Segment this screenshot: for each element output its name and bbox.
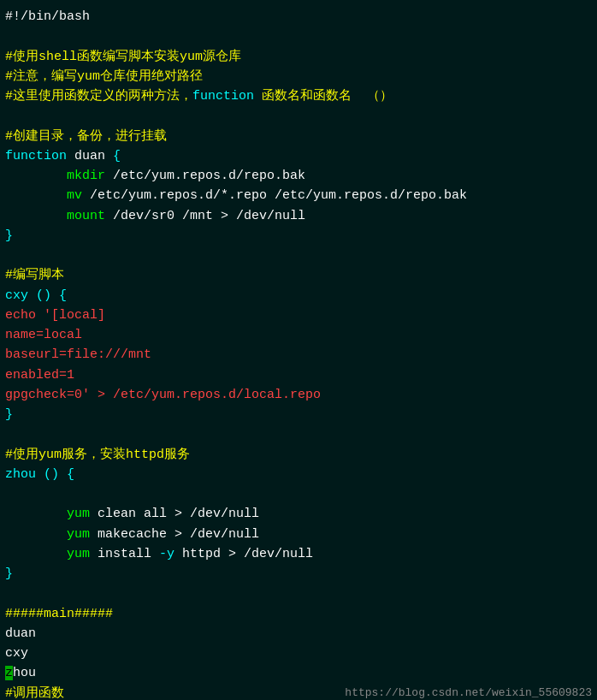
code-line-23: #使用yum服务，安装httpd服务 xyxy=(5,445,592,465)
code-line-24: zhou () { xyxy=(5,465,592,484)
code-line-31: #####main##### xyxy=(5,604,592,624)
code-line-25 xyxy=(5,484,592,504)
code-line-22 xyxy=(5,424,592,444)
code-line-19: enabled=1 xyxy=(5,365,592,385)
code-line-32: duan xyxy=(5,624,592,644)
code-line-18: baseurl=file:///mnt xyxy=(5,345,592,365)
code-line-27: yum makecache > /dev/null xyxy=(5,525,592,544)
code-line-2 xyxy=(5,27,592,46)
code-line-14: #编写脚本 xyxy=(5,265,592,285)
code-line-1: #!/bin/bash xyxy=(5,7,592,27)
url-text: https://blog.csdn.net/weixin_55609823 xyxy=(345,685,592,700)
code-line-30 xyxy=(5,584,592,603)
code-line-3: #使用shell函数编写脚本安装yum源仓库 xyxy=(5,47,592,67)
code-line-13 xyxy=(5,246,592,265)
green-z: z xyxy=(5,666,13,680)
code-line-15: cxy () { xyxy=(5,286,592,306)
code-line-10: mv /etc/yum.repos.d/*.repo /etc/yum.repo… xyxy=(5,186,592,205)
code-line-20: gpgcheck=0' > /etc/yum.repos.d/local.rep… xyxy=(5,385,592,405)
code-line-26: yum clean all > /dev/null xyxy=(5,504,592,524)
code-line-33: cxy xyxy=(5,644,592,663)
code-line-4: #注意，编写yum仓库使用绝对路径 xyxy=(5,67,592,86)
code-line-29: } xyxy=(5,564,592,584)
code-line-6 xyxy=(5,106,592,126)
code-line-11: mount /dev/sr0 /mnt > /dev/null xyxy=(5,206,592,226)
code-line-21: } xyxy=(5,405,592,424)
code-line-12: } xyxy=(5,226,592,246)
code-line-9: mkdir /etc/yum.repos.d/repo.bak xyxy=(5,166,592,186)
code-line-5: #这里使用函数定义的两种方法，function 函数名和函数名 （） xyxy=(5,86,592,106)
comment-text: #调用函数 xyxy=(5,684,64,701)
code-line-35: #调用函数https://blog.csdn.net/weixin_556098… xyxy=(5,684,592,701)
code-line-28: yum install -y httpd > /dev/null xyxy=(5,544,592,564)
code-editor: #!/bin/bash #使用shell函数编写脚本安装yum源仓库 #注意，编… xyxy=(0,0,597,700)
code-line-7: #创建目录，备份，进行挂载 xyxy=(5,127,592,146)
code-line-8: function duan { xyxy=(5,146,592,166)
code-line-16: echo '[local] xyxy=(5,306,592,325)
code-line-34: zhou xyxy=(5,663,592,683)
code-line-17: name=local xyxy=(5,325,592,345)
